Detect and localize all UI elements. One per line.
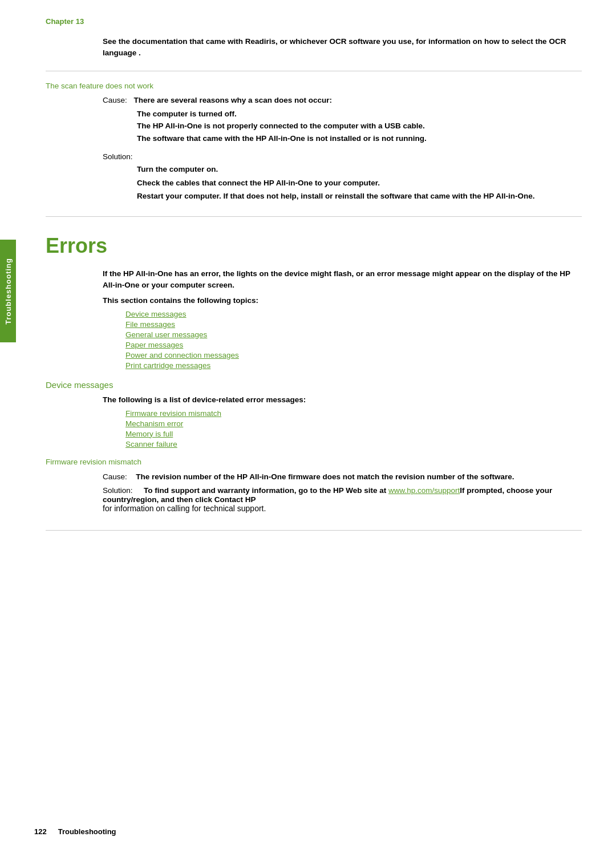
link-mechanism[interactable]: Mechanism error [125,419,183,428]
cause-item-3: The software that came with the HP All-i… [137,132,582,145]
topic-link-3[interactable]: General user messages [125,330,582,339]
page-container: Troubleshooting Chapter 13 See the docum… [0,0,616,853]
device-link-2[interactable]: Mechanism error [125,419,582,428]
firmware-solution-text1: To find support and warranty information… [144,486,388,495]
device-messages-heading: Device messages [46,380,582,390]
topic-link-cartridge[interactable]: Print cartridge messages [125,361,210,370]
cause-line: Cause: There are several reasons why a s… [103,96,582,104]
topic-link-paper[interactable]: Paper messages [125,341,183,349]
side-tab: Troubleshooting [0,240,16,342]
intro-paragraph: See the documentation that came with Rea… [103,36,582,59]
topic-link-4[interactable]: Paper messages [125,340,582,349]
topic-link-6[interactable]: Print cartridge messages [125,361,582,370]
topic-link-file[interactable]: File messages [125,320,175,329]
footer-title: Troubleshooting [58,827,116,836]
solution-item-2: Check the cables that connect the HP All… [137,177,582,189]
solution-item-3: Restart your computer. If that does not … [137,190,582,203]
firmware-solution-link[interactable]: www.hp.com/support [388,486,460,495]
topic-link-1[interactable]: Device messages [125,309,582,318]
errors-intro-1: If the HP All-in-One has an error, the l… [103,268,582,292]
device-links-list: Firmware revision mismatch Mechanism err… [125,409,582,448]
topic-link-general[interactable]: General user messages [125,330,207,339]
firmware-heading: Firmware revision mismatch [46,458,582,466]
firmware-solution-text3: for information on calling for technical… [103,504,266,513]
link-memory[interactable]: Memory is full [125,430,173,438]
cause-item-2: The HP All-in-One is not properly connec… [137,120,582,132]
divider-3 [46,530,582,531]
divider-1 [46,71,582,71]
solution-label: Solution: [103,152,582,161]
link-scanner[interactable]: Scanner failure [125,440,177,448]
errors-heading: Errors [46,234,582,258]
device-link-1[interactable]: Firmware revision mismatch [125,409,582,418]
divider-2 [46,216,582,217]
topic-link-2[interactable]: File messages [125,320,582,329]
firmware-solution-label: Solution: [103,486,133,495]
device-link-4[interactable]: Scanner failure [125,439,582,448]
cause-text: There are several reasons why a scan doe… [134,96,332,104]
page-footer: 122 Troubleshooting [0,827,616,836]
scan-section-heading: The scan feature does not work [46,82,582,90]
solution-item-1: Turn the computer on. [137,163,582,176]
firmware-cause-text: The revision number of the HP All-in-One… [136,472,514,481]
link-firmware[interactable]: Firmware revision mismatch [125,409,221,418]
side-tab-label: Troubleshooting [4,258,13,325]
cause-label: Cause: [103,96,127,104]
page-number: 122 [34,827,47,836]
firmware-cause-label: Cause: [103,472,127,481]
topic-link-power[interactable]: Power and connection messages [125,351,239,359]
cause-item-1: The computer is turned off. [137,108,582,120]
errors-topics-list: Device messages File messages General us… [125,309,582,370]
topic-link-device[interactable]: Device messages [125,310,187,318]
firmware-solution-block: Solution: To find support and warranty i… [103,486,582,513]
firmware-cause-block: Cause: The revision number of the HP All… [103,472,582,481]
errors-topics-label: This section contains the following topi… [103,296,582,305]
device-link-3[interactable]: Memory is full [125,429,582,438]
device-following-label: The following is a list of device-relate… [103,395,582,404]
topic-link-5[interactable]: Power and connection messages [125,350,582,359]
chapter-header: Chapter 13 [46,17,582,26]
main-content: Chapter 13 See the documentation that ca… [23,0,616,853]
